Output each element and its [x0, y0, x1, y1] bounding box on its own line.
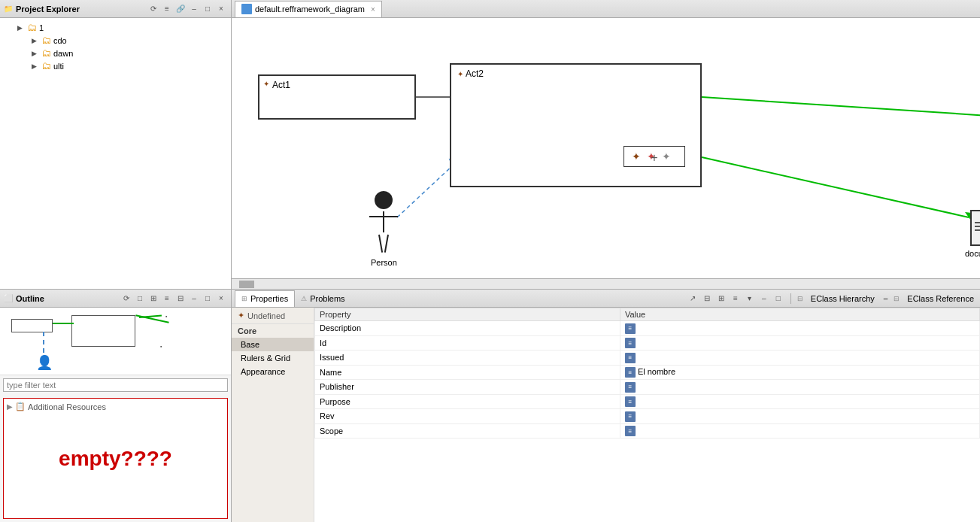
- tab-problems-label: Problems: [310, 294, 344, 303]
- tree-item-cdo[interactable]: ▶ 🗂 cdo: [0, 34, 231, 47]
- sync-icon[interactable]: ⟳: [147, 3, 159, 15]
- outline-panel: ⬜ Outline ⟳ □ ⊞ ≡ ⊟ – □ ×: [0, 290, 232, 522]
- props-chevron-down[interactable]: ▾: [744, 293, 756, 305]
- folder-icon-dawn: 🗂: [41, 47, 51, 59]
- core-section-header: Core: [232, 324, 314, 338]
- filter-input[interactable]: [3, 378, 228, 392]
- document2-icon: [970, 210, 980, 246]
- tab-problems[interactable]: ⚠ Problems: [295, 290, 350, 307]
- resources-expand-icon[interactable]: ▶: [7, 402, 13, 411]
- outline-expand-icon[interactable]: ⊞: [147, 293, 159, 305]
- additional-resources-header: ▶ 📋 Additional Resources: [7, 402, 224, 411]
- value-cell[interactable]: ≡: [620, 394, 979, 409]
- project-explorer-title: Project Explorer: [16, 5, 80, 14]
- eclass-ref-icon: ⊟: [894, 295, 900, 302]
- person-leg-left: [378, 235, 383, 253]
- eclass-tab-area: ⊟ EClass Hierarchy – ⊟ EClass Reference: [790, 293, 977, 304]
- mini-green-arrow: [53, 323, 74, 324]
- empty-text: empty????: [59, 447, 172, 471]
- inner-diamond-1: ✦: [632, 150, 641, 162]
- tab-properties-label: Properties: [250, 294, 288, 303]
- act1-element[interactable]: ✦ Act1: [258, 74, 416, 120]
- mini-person-icon: 👤: [36, 354, 53, 371]
- tab-properties[interactable]: ⊞ Properties: [235, 290, 295, 307]
- close-icon[interactable]: ×: [215, 3, 227, 15]
- canvas-area: default.refframework_diagram ×: [232, 0, 980, 289]
- properties-area: ⊞ Properties ⚠ Problems ↗ ⊟ ⊞ ≡ ▾ – □: [232, 290, 980, 522]
- svg-line-3: [702, 157, 969, 217]
- table-row: Scope≡: [315, 423, 980, 439]
- act2-element[interactable]: ✦ Act2 ✦ ✦ ✦ +: [450, 63, 702, 187]
- diagram-tab[interactable]: default.refframework_diagram ×: [235, 1, 382, 17]
- value-cell[interactable]: ≡: [620, 335, 979, 351]
- outline-grid-icon[interactable]: ⊟: [174, 293, 187, 305]
- value-cell[interactable]: ≡: [620, 409, 979, 424]
- tab-eclass-reference[interactable]: EClass Reference: [904, 293, 977, 304]
- document2-element[interactable]: document2: [965, 210, 980, 258]
- plus-icon: +: [651, 151, 657, 165]
- outline-minimize-icon[interactable]: –: [188, 293, 200, 305]
- problems-icon: ⚠: [301, 295, 307, 302]
- value-list-icon: ≡: [625, 353, 636, 363]
- value-cell[interactable]: ≡: [620, 321, 979, 336]
- outline-list-icon[interactable]: ≡: [161, 293, 173, 305]
- props-tool-3[interactable]: ⊞: [715, 293, 727, 305]
- outline-maximize-icon[interactable]: □: [202, 293, 214, 305]
- act2-inner-toolbar[interactable]: ✦ ✦ ✦ +: [623, 146, 685, 167]
- property-cell: Publisher: [315, 380, 620, 395]
- value-cell[interactable]: ≡: [620, 380, 979, 395]
- project-explorer-header: 📁 Project Explorer ⟳ ≡ 🔗 – □ ×: [0, 0, 231, 18]
- act2-diamond: ✦: [457, 70, 463, 78]
- outline-close-icon[interactable]: ×: [215, 293, 227, 305]
- folder-icon-ulti: 🗂: [41, 60, 51, 71]
- eclass-icon: ⊟: [797, 295, 803, 302]
- props-tool-2[interactable]: ⊟: [701, 293, 713, 305]
- properties-sidebar: ✦ Undefined Core Base Rulers & Grid Appe…: [232, 308, 314, 522]
- folder-icon-cdo: 🗂: [41, 35, 51, 46]
- props-maximize-icon[interactable]: □: [772, 293, 784, 305]
- person-body: [383, 211, 384, 232]
- outline-sync-icon[interactable]: ⟳: [120, 293, 132, 305]
- property-cell: Name: [315, 365, 620, 380]
- tab-eclass-hierarchy[interactable]: EClass Hierarchy: [808, 293, 878, 304]
- tree-item-ulti[interactable]: ▶ 🗂 ulti: [0, 59, 231, 72]
- property-cell: Description: [315, 321, 620, 336]
- sidebar-item-rulers[interactable]: Rulers & Grid: [232, 351, 314, 365]
- diagram-canvas[interactable]: ✦ Act1 ✦ Act2 ✦ ✦ ✦ +: [232, 18, 980, 289]
- horizontal-scrollbar[interactable]: [232, 278, 980, 289]
- person-element[interactable]: Person: [371, 191, 397, 267]
- outline-icon: ⬜: [4, 294, 13, 302]
- undefined-label: Undefined: [247, 311, 285, 320]
- value-cell[interactable]: ≡: [620, 351, 979, 366]
- properties-tab-bar: ⊞ Properties ⚠ Problems ↗ ⊟ ⊞ ≡ ▾ – □: [232, 290, 980, 308]
- outline-collapse-icon[interactable]: □: [134, 293, 146, 305]
- svg-line-1: [702, 97, 980, 120]
- tree-item-dawn[interactable]: ▶ 🗂 dawn: [0, 47, 231, 59]
- value-cell[interactable]: ≡El nombre: [620, 365, 979, 380]
- props-tool-4[interactable]: ≡: [730, 293, 742, 305]
- table-row: Purpose≡: [315, 394, 980, 409]
- person-arms: [369, 216, 398, 217]
- value-list-icon: ≡: [625, 411, 636, 422]
- value-cell[interactable]: ≡: [620, 423, 979, 439]
- act2-label: Act2: [466, 68, 484, 79]
- props-tool-1[interactable]: ↗: [687, 293, 699, 305]
- table-row: Description≡: [315, 321, 980, 336]
- sidebar-item-base[interactable]: Base: [232, 338, 314, 351]
- value-text: El nombre: [638, 367, 675, 376]
- sidebar-item-appearance[interactable]: Appearance: [232, 365, 314, 378]
- maximize-icon[interactable]: □: [202, 3, 214, 15]
- tab-close-button[interactable]: ×: [371, 5, 375, 14]
- props-minimize-icon[interactable]: –: [758, 293, 770, 305]
- properties-table: Property Value Description≡Id≡Issued≡Nam…: [314, 308, 980, 522]
- expand-arrow-cdo: ▶: [32, 37, 39, 44]
- mini-doc2-label: ▪: [160, 344, 162, 349]
- tree-item-root[interactable]: ▶ 🗂 1: [0, 21, 231, 34]
- eclass-separator: –: [884, 294, 888, 302]
- link-icon[interactable]: 🔗: [174, 3, 187, 15]
- collapse-icon[interactable]: ≡: [161, 3, 173, 15]
- scroll-thumb[interactable]: [239, 281, 254, 288]
- minimize-icon[interactable]: –: [188, 3, 200, 15]
- table-row: Rev≡: [315, 409, 980, 424]
- value-list-icon: ≡: [625, 338, 636, 348]
